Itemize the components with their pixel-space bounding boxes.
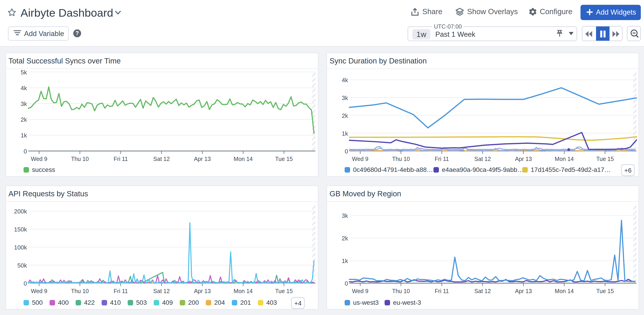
svg-text:Sat 12: Sat 12 xyxy=(474,288,491,294)
svg-text:5k: 5k xyxy=(21,69,27,76)
svg-text:Fri 11: Fri 11 xyxy=(114,288,128,294)
svg-text:Apr 13: Apr 13 xyxy=(194,288,211,294)
svg-text:503: 503 xyxy=(136,299,147,306)
svg-text:Apr 13: Apr 13 xyxy=(515,156,532,162)
svg-text:0: 0 xyxy=(24,280,27,287)
svg-text:1k: 1k xyxy=(342,130,348,137)
svg-text:2k: 2k xyxy=(342,235,348,242)
svg-text:Sat 12: Sat 12 xyxy=(153,288,170,294)
svg-text:Mon 14: Mon 14 xyxy=(555,156,574,162)
svg-text:0: 0 xyxy=(24,148,27,155)
svg-text:Thu 10: Thu 10 xyxy=(392,288,410,294)
svg-text:422: 422 xyxy=(84,299,95,306)
svg-text:Tue 15: Tue 15 xyxy=(275,156,293,162)
svg-text:3k: 3k xyxy=(342,212,348,219)
svg-text:+4: +4 xyxy=(294,300,302,307)
svg-text:3k: 3k xyxy=(342,94,348,101)
svg-text:403: 403 xyxy=(266,299,277,306)
svg-text:Thu 10: Thu 10 xyxy=(71,288,89,294)
svg-text:Wed 9: Wed 9 xyxy=(31,288,47,294)
svg-text:Fri 11: Fri 11 xyxy=(435,288,449,294)
svg-text:Wed 9: Wed 9 xyxy=(31,156,47,162)
svg-text:Mon 14: Mon 14 xyxy=(555,288,574,294)
svg-text:410: 410 xyxy=(110,299,121,306)
svg-text:Mon 14: Mon 14 xyxy=(234,156,252,162)
svg-text:Thu 10: Thu 10 xyxy=(71,156,89,162)
svg-text:Tue 15: Tue 15 xyxy=(596,156,614,162)
svg-text:0: 0 xyxy=(345,280,348,287)
svg-text:Tue 15: Tue 15 xyxy=(275,288,293,294)
svg-text:4k: 4k xyxy=(21,85,27,91)
svg-text:2k: 2k xyxy=(342,112,348,119)
svg-text:Sat 12: Sat 12 xyxy=(153,156,170,162)
svg-text:2k: 2k xyxy=(21,116,27,123)
svg-text:400: 400 xyxy=(58,299,69,306)
svg-text:4k: 4k xyxy=(342,77,348,83)
svg-text:200k: 200k xyxy=(14,208,27,215)
svg-text:Fri 11: Fri 11 xyxy=(435,156,449,162)
svg-text:+6: +6 xyxy=(624,167,632,174)
svg-text:Apr 13: Apr 13 xyxy=(194,156,211,162)
svg-text:100k: 100k xyxy=(14,244,27,251)
svg-text:Tue 15: Tue 15 xyxy=(596,288,614,294)
svg-text:50k: 50k xyxy=(17,262,27,269)
svg-text:Wed 9: Wed 9 xyxy=(352,156,368,162)
svg-text:1k: 1k xyxy=(21,132,27,139)
svg-text:Wed 9: Wed 9 xyxy=(352,288,368,294)
svg-text:0c49680d-4791-4ebb-a88…: 0c49680d-4791-4ebb-a88… xyxy=(353,166,433,173)
svg-text:eu-west-3: eu-west-3 xyxy=(393,299,421,306)
svg-text:Fri 11: Fri 11 xyxy=(114,156,128,162)
svg-text:e4aea90a-90ca-49f5-9abb…: e4aea90a-90ca-49f5-9abb… xyxy=(442,166,524,173)
svg-text:500: 500 xyxy=(32,299,43,306)
svg-text:Thu 10: Thu 10 xyxy=(392,156,410,162)
svg-text:Apr 13: Apr 13 xyxy=(515,288,532,294)
svg-text:17d1455c-7ed5-49d2-a17…: 17d1455c-7ed5-49d2-a17… xyxy=(531,166,611,173)
svg-text:150k: 150k xyxy=(14,226,27,233)
svg-text:204: 204 xyxy=(214,299,225,306)
svg-text:success: success xyxy=(32,166,55,173)
svg-text:Mon 14: Mon 14 xyxy=(234,288,252,294)
svg-text:201: 201 xyxy=(240,299,251,306)
svg-text:200: 200 xyxy=(188,299,199,306)
svg-text:1k: 1k xyxy=(342,258,348,264)
svg-text:Sat 12: Sat 12 xyxy=(474,156,491,162)
svg-text:us-west3: us-west3 xyxy=(353,299,379,306)
svg-text:0: 0 xyxy=(345,148,348,155)
svg-text:?: ? xyxy=(75,30,79,36)
svg-text:3k: 3k xyxy=(21,100,27,107)
svg-text:409: 409 xyxy=(162,299,173,306)
